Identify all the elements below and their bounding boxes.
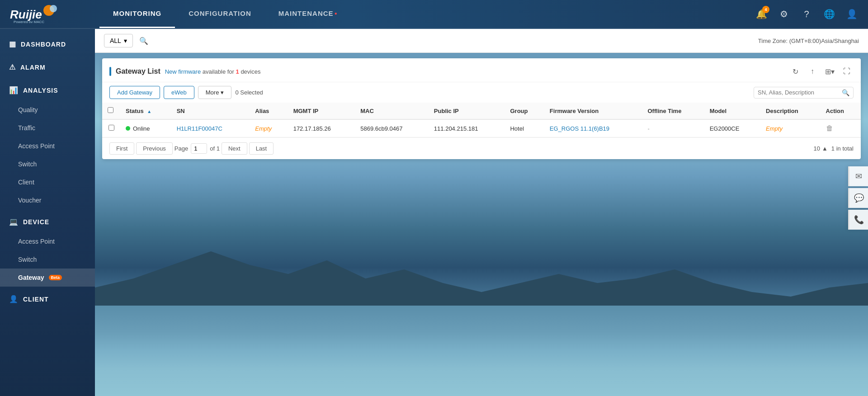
description-value: Empty bbox=[766, 125, 783, 132]
row-sn: H1LR11F00047C bbox=[171, 119, 250, 137]
page-input[interactable] bbox=[191, 143, 207, 154]
next-button[interactable]: Next bbox=[222, 142, 247, 155]
analysis-icon: 📊 bbox=[9, 86, 19, 94]
sidebar-header-analysis[interactable]: 📊 ANALYSIS bbox=[0, 80, 95, 101]
select-all-checkbox[interactable] bbox=[108, 107, 113, 113]
th-status[interactable]: Status ▲ bbox=[120, 103, 171, 119]
float-support-button[interactable]: 📞 bbox=[848, 210, 868, 230]
sidebar-item-gateway[interactable]: Gateway Beta bbox=[0, 269, 95, 287]
panel-title-bar bbox=[109, 67, 111, 76]
float-chat-button[interactable]: 💬 bbox=[848, 188, 868, 208]
th-mgmt-ip[interactable]: MGMT IP bbox=[288, 103, 355, 119]
table-search-icon[interactable]: 🔍 bbox=[842, 89, 849, 96]
language-icon[interactable]: 🌐 bbox=[822, 7, 836, 21]
firmware-link[interactable]: New firmware bbox=[165, 68, 201, 75]
gateway-panel: Gateway List New firmware available for … bbox=[102, 58, 861, 159]
th-mac[interactable]: MAC bbox=[355, 103, 429, 119]
row-mgmt-ip: 172.17.185.26 bbox=[288, 119, 355, 137]
sort-arrow-icon: ▲ bbox=[147, 109, 151, 114]
eweb-button[interactable]: eWeb bbox=[164, 86, 194, 99]
sidebar-header-dashboard[interactable]: ▦ DASHBOARD bbox=[0, 33, 95, 55]
firmware-version-link[interactable]: EG_RGOS 11.1(6)B19 bbox=[550, 125, 609, 132]
sidebar-item-access-point[interactable]: Access Point bbox=[0, 232, 95, 250]
float-message-button[interactable]: ✉ bbox=[848, 166, 868, 186]
filter-dropdown[interactable]: ALL ▾ bbox=[104, 34, 133, 47]
fullscreen-icon[interactable]: ⛶ bbox=[840, 65, 854, 78]
table-search-field[interactable]: 🔍 bbox=[754, 87, 854, 99]
sidebar-header-client[interactable]: 👤 CLIENT bbox=[0, 288, 95, 310]
refresh-icon[interactable]: ↻ bbox=[788, 65, 802, 78]
dashboard-icon: ▦ bbox=[9, 40, 16, 48]
sidebar-header-alarm[interactable]: ⚠ ALARM bbox=[0, 57, 95, 78]
nav-maintenance[interactable]: MAINTENANCE● bbox=[265, 0, 351, 28]
th-model[interactable]: Model bbox=[704, 103, 760, 119]
toolbar-search-icon[interactable]: 🔍 bbox=[137, 33, 151, 48]
per-page-value: 10 bbox=[814, 145, 820, 152]
nav-configuration[interactable]: CONFIGURATION bbox=[175, 0, 265, 28]
sidebar-item-quality[interactable]: Quality bbox=[0, 101, 95, 119]
more-button[interactable]: More ▾ bbox=[198, 86, 232, 99]
sidebar-label-alarm: ALARM bbox=[20, 64, 46, 71]
content-area: ALL ▾ 🔍 Time Zone: (GMT+8:00)Asia/Shangh… bbox=[95, 29, 868, 396]
sidebar-item-analysis-ap[interactable]: Access Point bbox=[0, 137, 95, 155]
more-label: More bbox=[206, 89, 219, 96]
row-checkbox[interactable] bbox=[108, 125, 114, 131]
th-group[interactable]: Group bbox=[505, 103, 544, 119]
chevron-down-icon: ▾ bbox=[124, 37, 127, 44]
firmware-notice: New firmware available for 1 devices bbox=[165, 68, 261, 75]
sidebar-section-analysis: 📊 ANALYSIS Quality Traffic Access Point … bbox=[0, 80, 95, 209]
sidebar-item-client-analysis[interactable]: Client bbox=[0, 173, 95, 191]
status-online-indicator: Online bbox=[126, 125, 166, 132]
columns-icon[interactable]: ⊞▾ bbox=[823, 65, 836, 78]
sidebar-header-device[interactable]: 💻 DEVICE bbox=[0, 211, 95, 232]
export-icon[interactable]: ↑ bbox=[806, 65, 819, 78]
toolbar-left: ALL ▾ 🔍 bbox=[104, 33, 151, 48]
alarm-icon: ⚠ bbox=[9, 63, 16, 71]
sidebar-label-analysis: ANALYSIS bbox=[23, 87, 58, 94]
maintenance-dot: ● bbox=[335, 11, 338, 16]
row-model: EG2000CE bbox=[704, 119, 760, 137]
nav-monitoring[interactable]: MONITORING bbox=[99, 0, 175, 28]
row-alias: Empty bbox=[250, 119, 288, 137]
status-text: Online bbox=[133, 125, 150, 132]
add-gateway-button[interactable]: Add Gateway bbox=[109, 86, 160, 99]
last-button[interactable]: Last bbox=[249, 142, 274, 155]
page-of-label: of 1 bbox=[210, 145, 220, 152]
row-action: 🗑 bbox=[821, 119, 861, 137]
user-icon[interactable]: 👤 bbox=[844, 7, 859, 21]
table-search-input[interactable] bbox=[758, 89, 839, 96]
th-public-ip[interactable]: Public IP bbox=[429, 103, 505, 119]
delete-icon[interactable]: 🗑 bbox=[826, 124, 833, 132]
float-right-panel: ✉ 💬 📞 bbox=[848, 166, 868, 230]
sidebar-item-voucher[interactable]: Voucher bbox=[0, 191, 95, 209]
total-count: 1 in total bbox=[831, 145, 854, 152]
sidebar-item-traffic[interactable]: Traffic bbox=[0, 119, 95, 137]
table-toolbar-left: Add Gateway eWeb More ▾ 0 Selected bbox=[109, 86, 263, 99]
notifications-icon[interactable]: 🔔 4 bbox=[754, 7, 769, 21]
offline-time-value: - bbox=[648, 125, 650, 132]
previous-button[interactable]: Previous bbox=[136, 142, 173, 155]
th-description[interactable]: Description bbox=[760, 103, 820, 119]
content-toolbar: ALL ▾ 🔍 Time Zone: (GMT+8:00)Asia/Shangh… bbox=[95, 29, 868, 53]
pagination-controls: First Previous Page of 1 Next Last bbox=[109, 142, 274, 155]
logo-area: Ruijie Powered by MACC bbox=[9, 5, 99, 23]
th-status-label: Status bbox=[126, 108, 144, 114]
per-page-select[interactable]: 10 ▲ bbox=[814, 145, 828, 152]
sidebar-item-switch[interactable]: Switch bbox=[0, 250, 95, 269]
th-action: Action bbox=[821, 103, 861, 119]
th-sn[interactable]: SN bbox=[171, 103, 250, 119]
settings-icon[interactable]: ⚙ bbox=[777, 7, 791, 21]
first-button[interactable]: First bbox=[109, 142, 134, 155]
pagination-right: 10 ▲ 1 in total bbox=[814, 145, 854, 152]
th-firmware[interactable]: Firmware Version bbox=[544, 103, 642, 119]
row-mac: 5869.6cb9.0467 bbox=[355, 119, 429, 137]
sidebar-item-analysis-switch[interactable]: Switch bbox=[0, 155, 95, 173]
sn-link[interactable]: H1LR11F00047C bbox=[177, 125, 222, 132]
th-offline-time[interactable]: Offline Time bbox=[642, 103, 704, 119]
gateway-table: Status ▲ SN Alias MGMT IP MAC Public IP … bbox=[102, 103, 861, 137]
th-alias[interactable]: Alias bbox=[250, 103, 288, 119]
help-icon[interactable]: ? bbox=[799, 7, 814, 21]
sidebar-gateway-label: Gateway bbox=[18, 274, 44, 281]
nav-right: 🔔 4 ⚙ ? 🌐 👤 bbox=[754, 7, 859, 21]
sidebar: ▦ DASHBOARD ⚠ ALARM 📊 ANALYSIS Quality T… bbox=[0, 29, 95, 396]
